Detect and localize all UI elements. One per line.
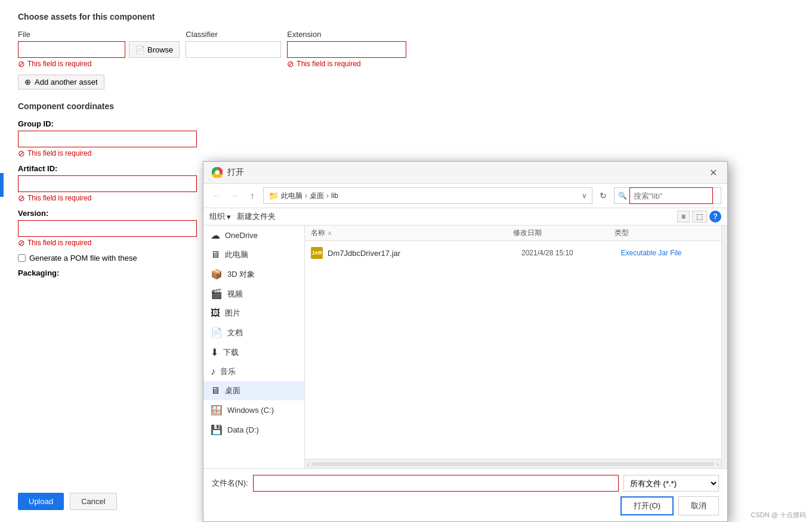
group-id-field: Group ID: ⊘ This field is required bbox=[18, 119, 794, 158]
view-details-button[interactable]: ≡ bbox=[677, 211, 690, 223]
add-asset-button[interactable]: ⊕ Add another asset bbox=[18, 75, 104, 89]
nav-item-desktop[interactable]: 🖥 桌面 bbox=[203, 381, 304, 400]
browse-button[interactable]: 📄 Browse bbox=[129, 41, 180, 58]
open-button[interactable]: 打开(O) bbox=[620, 496, 674, 515]
classifier-input[interactable] bbox=[186, 41, 281, 58]
breadcrumb-part1: 此电脑 bbox=[281, 191, 302, 201]
breadcrumb-folder-icon: 📁 bbox=[268, 191, 279, 200]
dialog-toolbar: ← → ↑ 📁 此电脑 › 桌面 › lib ∨ ↻ 🔍 bbox=[203, 184, 727, 208]
extension-error-icon: ⊘ bbox=[287, 59, 294, 69]
watermark: CSDN @ 十点摆码 bbox=[751, 511, 806, 520]
video-icon: 🎬 bbox=[211, 288, 223, 299]
file-label: File bbox=[18, 30, 180, 39]
dialog-bottom: 文件名(N): 所有文件 (*.*) 打开(O) 取消 bbox=[203, 468, 727, 521]
hscroll-right-arrow[interactable]: › bbox=[717, 461, 719, 468]
forward-button[interactable]: → bbox=[227, 189, 242, 203]
bottom-buttons: Upload Cancel bbox=[18, 493, 117, 510]
3d-icon: 📦 bbox=[211, 268, 223, 280]
nav-item-this-pc[interactable]: 🖥 此电脑 bbox=[203, 245, 304, 264]
nav-item-pictures[interactable]: 🖼 图片 bbox=[203, 304, 304, 323]
classifier-field-group: Classifier bbox=[186, 30, 281, 58]
col-date-header: 修改日期 bbox=[513, 228, 615, 238]
file-name: Dm7JdbcDriver17.jar bbox=[328, 249, 517, 258]
group-id-label: Group ID: bbox=[18, 119, 794, 128]
filename-row: 文件名(N): 所有文件 (*.*) bbox=[212, 475, 719, 492]
breadcrumb-chevron-icon: ∨ bbox=[582, 191, 587, 200]
file-list-body: JAR Dm7JdbcDriver17.jar 2021/4/28 15:10 … bbox=[305, 241, 721, 459]
version-input[interactable] bbox=[18, 220, 197, 237]
nav-item-documents[interactable]: 📄 文档 bbox=[203, 323, 304, 342]
breadcrumb-bar[interactable]: 📁 此电脑 › 桌面 › lib ∨ bbox=[263, 187, 592, 204]
data-icon: 💾 bbox=[211, 424, 223, 435]
sort-arrow-icon: ∧ bbox=[328, 230, 332, 236]
nav-item-windows[interactable]: 🪟 Windows (C:) bbox=[203, 400, 304, 420]
view-pane-button[interactable]: ⬚ bbox=[692, 211, 707, 223]
nav-item-video[interactable]: 🎬 视频 bbox=[203, 284, 304, 304]
music-icon: ♪ bbox=[211, 366, 215, 377]
group-id-error: ⊘ This field is required bbox=[18, 149, 794, 158]
vertical-scrollbar[interactable] bbox=[721, 226, 727, 468]
nav-item-downloads[interactable]: ⬇ 下载 bbox=[203, 342, 304, 362]
file-list-header: 名称 ∧ 修改日期 类型 bbox=[305, 226, 721, 241]
horizontal-scrollbar[interactable]: ‹ › bbox=[305, 459, 721, 468]
hscroll-left-arrow[interactable]: ‹ bbox=[307, 461, 310, 468]
dialog-titlebar: 打开 ✕ bbox=[203, 162, 727, 184]
file-input-group: 📄 Browse bbox=[18, 41, 180, 58]
help-button[interactable]: ? bbox=[709, 211, 721, 223]
hscroll-track[interactable] bbox=[312, 462, 715, 466]
upload-button[interactable]: Upload bbox=[18, 493, 64, 510]
coordinates-title: Component coordinates bbox=[18, 101, 794, 111]
file-row[interactable]: JAR Dm7JdbcDriver17.jar 2021/4/28 15:10 … bbox=[305, 243, 721, 262]
extension-input[interactable] bbox=[287, 41, 406, 58]
col-type-header: 类型 bbox=[615, 228, 716, 238]
filename-label: 文件名(N): bbox=[212, 478, 248, 489]
breadcrumb-part2: 桌面 bbox=[310, 191, 324, 201]
file-open-dialog: 打开 ✕ ← → ↑ 📁 此电脑 › 桌面 › lib ∨ ↻ 🔍 组织 ▾ bbox=[203, 161, 728, 522]
filename-input[interactable] bbox=[253, 475, 619, 492]
windows-icon: 🪟 bbox=[211, 404, 223, 416]
group-id-input[interactable] bbox=[18, 131, 197, 147]
cancel-dialog-button[interactable]: 取消 bbox=[678, 496, 719, 515]
organize-arrow-icon: ▾ bbox=[227, 212, 231, 221]
downloads-icon: ⬇ bbox=[211, 347, 218, 358]
up-button[interactable]: ↑ bbox=[245, 189, 260, 203]
file-panel: 名称 ∧ 修改日期 类型 JAR Dm7JdbcDriver17.jar 202… bbox=[305, 226, 721, 468]
nav-item-data[interactable]: 💾 Data (D:) bbox=[203, 420, 304, 440]
file-toolbar: 组织 ▾ 新建文件夹 ≡ ⬚ ? bbox=[203, 208, 727, 226]
sidebar-nav: ☁ OneDrive 🖥 此电脑 📦 3D 对象 🎬 视频 🖼 图片 📄 bbox=[203, 226, 305, 468]
onedrive-icon: ☁ bbox=[211, 230, 220, 241]
nav-item-music[interactable]: ♪ 音乐 bbox=[203, 362, 304, 381]
new-folder-button[interactable]: 新建文件夹 bbox=[237, 211, 276, 222]
file-field-group: File 📄 Browse ⊘ This field is required bbox=[18, 30, 180, 69]
extension-error: ⊘ This field is required bbox=[287, 59, 406, 69]
cancel-button[interactable]: Cancel bbox=[70, 493, 116, 510]
file-type: Executable Jar File bbox=[621, 249, 716, 257]
refresh-button[interactable]: ↻ bbox=[596, 189, 610, 203]
filetype-select[interactable]: 所有文件 (*.*) bbox=[623, 475, 719, 492]
generate-pom-checkbox[interactable] bbox=[18, 254, 26, 262]
group-id-error-icon: ⊘ bbox=[18, 149, 25, 158]
section-title: Choose assets for this component bbox=[18, 12, 794, 21]
back-button[interactable]: ← bbox=[209, 189, 224, 203]
organize-button[interactable]: 组织 ▾ bbox=[209, 211, 231, 222]
extension-label: Extension bbox=[287, 30, 406, 39]
add-icon: ⊕ bbox=[24, 78, 31, 87]
nav-item-onedrive[interactable]: ☁ OneDrive bbox=[203, 226, 304, 245]
search-input[interactable] bbox=[629, 187, 713, 204]
pictures-icon: 🖼 bbox=[211, 308, 220, 319]
artifact-id-input[interactable] bbox=[18, 175, 197, 192]
version-error-icon: ⊘ bbox=[18, 238, 25, 248]
file-input[interactable] bbox=[18, 41, 125, 58]
breadcrumb-sep1: › bbox=[305, 191, 307, 200]
view-options: ≡ ⬚ ? bbox=[677, 211, 721, 223]
file-error: ⊘ This field is required bbox=[18, 59, 180, 69]
col-name-header: 名称 ∧ bbox=[311, 228, 513, 238]
dialog-title-text: 打开 bbox=[227, 167, 244, 178]
desktop-icon: 🖥 bbox=[211, 385, 220, 396]
nav-item-3d[interactable]: 📦 3D 对象 bbox=[203, 264, 304, 284]
search-icon: 🔍 bbox=[618, 191, 627, 200]
dialog-action-row: 打开(O) 取消 bbox=[212, 496, 719, 515]
dialog-close-button[interactable]: ✕ bbox=[707, 166, 719, 178]
search-box: 🔍 bbox=[614, 187, 721, 204]
chrome-icon bbox=[212, 167, 223, 178]
